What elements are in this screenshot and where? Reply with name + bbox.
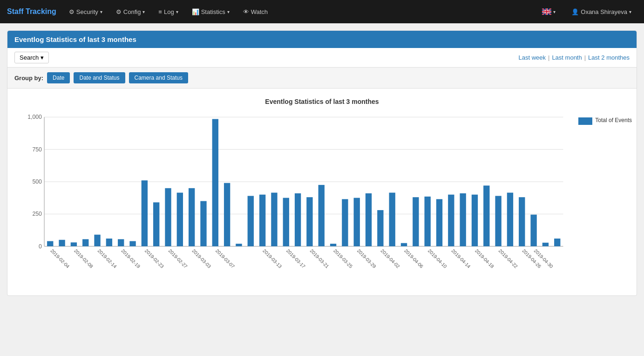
svg-text:2019-04-06: 2019-04-06 <box>403 248 424 269</box>
svg-rect-61 <box>519 197 525 246</box>
search-dropdown-button[interactable]: Search ▾ <box>14 52 49 63</box>
group-by-bar: Group by: Date Date and Status Camera an… <box>7 68 637 89</box>
last-week-link[interactable]: Last week <box>518 54 546 61</box>
svg-text:2019-03-03: 2019-03-03 <box>191 248 212 269</box>
group-by-camera-status-button[interactable]: Camera and Status <box>129 72 188 83</box>
user-menu[interactable]: 👤 Oxana Shirayeva ▾ <box>566 6 637 18</box>
svg-text:0: 0 <box>39 243 42 250</box>
svg-rect-57 <box>472 195 478 246</box>
svg-rect-37 <box>236 244 242 246</box>
svg-rect-60 <box>507 192 513 246</box>
svg-rect-62 <box>530 215 536 246</box>
flag-icon <box>542 8 551 15</box>
svg-text:2019-03-25: 2019-03-25 <box>332 248 353 269</box>
date-links: Last week | Last month | Last 2 monthes <box>518 54 630 61</box>
svg-rect-36 <box>224 183 230 246</box>
svg-rect-34 <box>200 201 206 246</box>
svg-rect-48 <box>366 193 372 246</box>
svg-rect-31 <box>165 188 171 246</box>
brand-link[interactable]: Staff Tracking <box>7 7 56 16</box>
svg-rect-49 <box>377 210 383 246</box>
svg-text:2019-02-14: 2019-02-14 <box>97 248 118 269</box>
nav-statistics[interactable]: 📊 Statistics ▾ <box>186 6 235 18</box>
svg-rect-58 <box>483 185 489 246</box>
language-selector[interactable]: ▾ <box>536 6 561 18</box>
search-caret-icon: ▾ <box>41 54 44 61</box>
legend-color-box <box>578 117 592 125</box>
svg-text:2019-02-19: 2019-02-19 <box>120 248 141 269</box>
svg-rect-8 <box>542 11 551 12</box>
config-icon: ⚙ <box>116 8 122 15</box>
svg-rect-41 <box>283 198 289 246</box>
group-by-date-status-button[interactable]: Date and Status <box>74 72 125 83</box>
svg-rect-42 <box>295 193 301 246</box>
group-by-date-button[interactable]: Date <box>47 72 70 83</box>
nav-security[interactable]: ⚙ Security ▾ <box>63 6 108 18</box>
statistics-icon: 📊 <box>192 8 199 15</box>
svg-rect-27 <box>118 239 124 246</box>
user-caret: ▾ <box>629 9 631 14</box>
svg-rect-24 <box>82 239 88 246</box>
svg-text:2019-04-10: 2019-04-10 <box>427 248 448 269</box>
navbar: Staff Tracking ⚙ Security ▾ ⚙ Config ▾ ≡… <box>0 0 644 23</box>
nav-watch[interactable]: 👁 Watch <box>237 6 273 18</box>
chart-container: 02505007501,0002019-02-042019-02-082019-… <box>12 112 632 291</box>
svg-rect-32 <box>177 192 183 246</box>
svg-rect-56 <box>460 193 466 246</box>
chart-area: Eventlog Statistics of last 3 monthes 02… <box>7 89 637 295</box>
svg-rect-22 <box>59 240 65 246</box>
panel-toolbar: Search ▾ Last week | Last month | Last 2… <box>7 48 637 68</box>
svg-rect-54 <box>436 199 442 246</box>
svg-rect-38 <box>248 196 254 246</box>
svg-rect-23 <box>71 242 77 246</box>
svg-rect-30 <box>153 202 159 246</box>
svg-rect-47 <box>354 198 360 246</box>
user-icon: 👤 <box>571 8 579 15</box>
security-caret: ▾ <box>100 9 102 14</box>
svg-rect-39 <box>259 195 265 246</box>
svg-text:2019-04-02: 2019-04-02 <box>380 248 400 269</box>
svg-rect-40 <box>271 192 277 246</box>
svg-text:2019-02-04: 2019-02-04 <box>49 248 70 269</box>
svg-text:2019-03-13: 2019-03-13 <box>262 248 283 269</box>
svg-text:2019-02-08: 2019-02-08 <box>73 248 94 269</box>
main-content: Eventlog Statistics of last 3 monthes Se… <box>0 23 644 303</box>
statistics-caret: ▾ <box>227 9 230 14</box>
svg-rect-21 <box>47 241 53 246</box>
svg-text:2019-03-29: 2019-03-29 <box>356 248 377 269</box>
svg-text:2019-03-21: 2019-03-21 <box>309 248 330 269</box>
navbar-right: ▾ 👤 Oxana Shirayeva ▾ <box>536 6 637 18</box>
svg-text:250: 250 <box>32 211 42 217</box>
nav-log[interactable]: ≡ Log ▾ <box>153 6 183 18</box>
config-caret: ▾ <box>142 9 145 14</box>
svg-text:1,000: 1,000 <box>27 114 42 120</box>
last-month-link[interactable]: Last month <box>552 54 582 61</box>
chart-with-axes: 02505007501,0002019-02-042019-02-082019-… <box>12 112 574 291</box>
svg-rect-28 <box>129 241 136 246</box>
svg-text:2019-04-18: 2019-04-18 <box>474 248 495 269</box>
svg-rect-59 <box>495 196 501 246</box>
svg-text:500: 500 <box>32 178 42 185</box>
svg-text:2019-04-22: 2019-04-22 <box>498 248 519 269</box>
watch-icon: 👁 <box>243 8 249 15</box>
svg-rect-63 <box>542 243 549 246</box>
svg-rect-64 <box>554 239 560 246</box>
last-2-months-link[interactable]: Last 2 monthes <box>588 54 630 61</box>
svg-text:2019-04-14: 2019-04-14 <box>450 248 471 269</box>
nav-config[interactable]: ⚙ Config ▾ <box>110 6 151 18</box>
log-caret: ▾ <box>176 9 178 14</box>
svg-text:2019-03-17: 2019-03-17 <box>285 248 306 269</box>
svg-rect-44 <box>319 185 325 246</box>
log-icon: ≡ <box>158 8 162 15</box>
security-icon: ⚙ <box>69 8 75 15</box>
bar-chart: 02505007501,0002019-02-042019-02-082019-… <box>12 112 574 289</box>
svg-rect-50 <box>389 192 395 246</box>
svg-rect-53 <box>424 197 430 246</box>
svg-rect-25 <box>94 235 100 246</box>
svg-rect-33 <box>189 188 195 246</box>
svg-rect-52 <box>413 197 419 246</box>
svg-rect-43 <box>306 197 312 246</box>
svg-rect-45 <box>330 244 336 246</box>
svg-rect-35 <box>212 119 218 246</box>
svg-rect-26 <box>106 239 112 246</box>
